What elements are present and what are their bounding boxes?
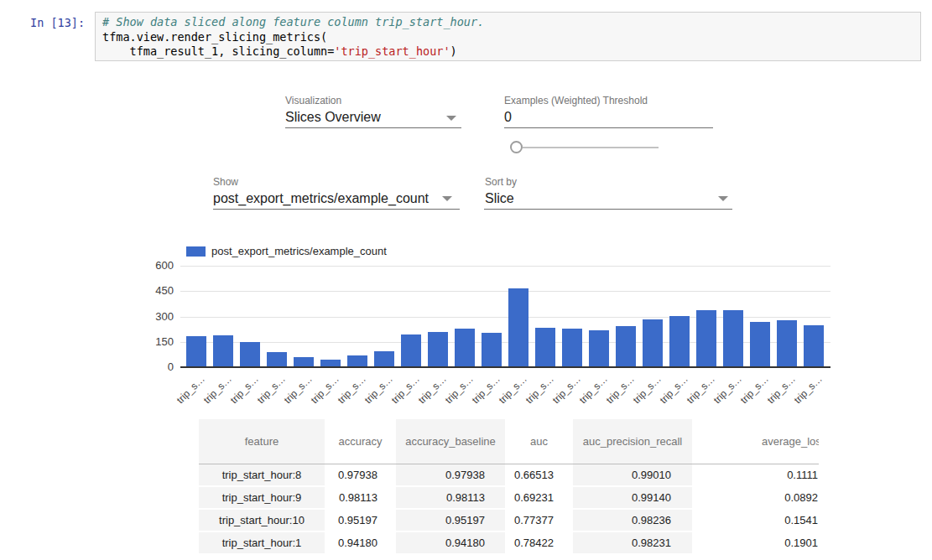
metric-cell: 0.77377 xyxy=(505,509,573,531)
chevron-down-icon[interactable] xyxy=(442,196,452,201)
bar[interactable] xyxy=(589,330,609,367)
gridline xyxy=(180,291,830,292)
bar[interactable] xyxy=(696,310,716,367)
bar[interactable] xyxy=(347,355,367,367)
legend-label: post_export_metrics/example_count xyxy=(211,245,387,257)
bar[interactable] xyxy=(374,351,394,367)
y-tick-label: 150 xyxy=(141,335,174,349)
metric-cell: 0.94180 xyxy=(325,531,396,554)
bar[interactable] xyxy=(723,310,743,367)
metric-cell: 0.94180 xyxy=(396,531,505,554)
feature-cell: trip_start_hour:9 xyxy=(199,486,325,509)
bar[interactable] xyxy=(455,329,475,367)
bar[interactable] xyxy=(804,325,824,367)
threshold-underline xyxy=(504,127,713,128)
show-metric-select[interactable]: post_export_metrics/example_count xyxy=(213,191,429,206)
bar[interactable] xyxy=(186,336,206,367)
show-underline xyxy=(213,209,460,210)
metrics-table-container: featureaccuracyaccuracy_baselineaucauc_p… xyxy=(199,419,819,560)
bar[interactable] xyxy=(535,328,555,367)
metrics-bar-chart xyxy=(180,266,830,367)
feature-cell: trip_start_hour:1 xyxy=(199,531,325,554)
bar[interactable] xyxy=(562,329,582,367)
metric-cell: 0.69231 xyxy=(505,486,573,509)
table-row: trip_start_hour:10.941800.941800.784220.… xyxy=(199,531,819,554)
metric-cell: 0.98113 xyxy=(325,486,396,509)
y-tick-label: 300 xyxy=(141,310,174,324)
metric-cell: 0.1111 xyxy=(692,464,819,486)
metric-cell: 0.97938 xyxy=(396,464,505,486)
y-tick-label: 450 xyxy=(141,284,174,298)
column-header-auc[interactable]: auc xyxy=(505,419,573,464)
chart-legend: post_export_metrics/example_count xyxy=(186,245,387,257)
code-cell[interactable]: # Show data sliced along feature column … xyxy=(95,12,921,61)
visualization-underline xyxy=(285,127,461,128)
column-header-accuracy_baseline[interactable]: accuracy_baseline xyxy=(396,419,505,464)
metric-cell: 0.78422 xyxy=(505,531,573,554)
metric-cell: 0.98113 xyxy=(396,486,505,509)
bar[interactable] xyxy=(669,316,690,368)
threshold-slider-track[interactable] xyxy=(523,147,659,148)
visualization-label: Visualization xyxy=(285,95,341,106)
threshold-label: Examples (Weighted) Threshold xyxy=(504,95,648,106)
table-header-row: featureaccuracyaccuracy_baselineaucauc_p… xyxy=(199,419,819,464)
bar[interactable] xyxy=(213,335,233,367)
metric-cell: 0.1901 xyxy=(692,531,819,554)
metric-cell: 0.98231 xyxy=(573,531,692,554)
notebook-page: In [13]: # Show data sliced along featur… xyxy=(0,0,932,560)
code-line-2: tfma.view.render_slicing_metrics( xyxy=(102,30,914,45)
bar[interactable] xyxy=(401,334,421,367)
metric-cell: 0.66513 xyxy=(505,464,573,486)
column-header-feature[interactable]: feature xyxy=(199,419,325,464)
bar[interactable] xyxy=(240,342,260,367)
y-tick-label: 600 xyxy=(141,259,174,272)
metric-cell: 0.97938 xyxy=(325,464,396,486)
chevron-down-icon[interactable] xyxy=(446,116,456,121)
sort-underline xyxy=(484,209,732,210)
code-line-3: tfma_result_1, slicing_column='trip_star… xyxy=(102,44,914,60)
table-row: trip_start_hour:90.981130.981130.692310.… xyxy=(199,486,819,509)
table-row: trip_start_hour:100.951970.951970.773770… xyxy=(199,509,819,531)
bar[interactable] xyxy=(267,352,287,367)
bar[interactable] xyxy=(482,333,502,367)
metric-cell: 0.99140 xyxy=(573,486,692,509)
metric-cell: 0.99010 xyxy=(573,464,692,486)
cell-input-prompt: In [13]: xyxy=(30,16,91,29)
gridline xyxy=(180,266,830,267)
metric-cell: 0.1541 xyxy=(692,509,819,531)
table-row: trip_start_hour:80.979380.979380.665130.… xyxy=(199,464,819,486)
bar[interactable] xyxy=(616,326,636,367)
code-line-3-pre: tfma_result_1, slicing_column= xyxy=(102,44,334,58)
bar[interactable] xyxy=(750,322,770,367)
bar[interactable] xyxy=(428,332,448,367)
metric-cell: 0.95197 xyxy=(396,509,505,531)
code-comment-line: # Show data sliced along feature column … xyxy=(102,15,914,30)
feature-cell: trip_start_hour:8 xyxy=(199,464,325,486)
bar[interactable] xyxy=(643,319,663,367)
column-header-average_los[interactable]: average_los xyxy=(692,419,819,464)
metric-cell: 0.98236 xyxy=(573,509,692,531)
x-axis-baseline xyxy=(180,366,830,368)
sort-by-select[interactable]: Slice xyxy=(485,191,514,206)
table-body: trip_start_hour:80.979380.979380.665130.… xyxy=(199,464,819,554)
metric-cell: 0.0892 xyxy=(692,486,819,509)
code-line-3-close: ) xyxy=(450,44,457,58)
sort-by-label: Sort by xyxy=(485,176,517,188)
chevron-down-icon[interactable] xyxy=(718,196,728,201)
metrics-table: featureaccuracyaccuracy_baselineaucauc_p… xyxy=(199,419,819,555)
threshold-input[interactable]: 0 xyxy=(504,110,512,125)
legend-swatch-icon xyxy=(186,246,206,257)
metric-cell: 0.95197 xyxy=(325,509,396,531)
y-tick-label: 0 xyxy=(141,360,174,374)
column-header-auc_precision_recall[interactable]: auc_precision_recall xyxy=(573,419,692,464)
show-label: Show xyxy=(213,176,238,188)
feature-cell: trip_start_hour:10 xyxy=(199,509,325,531)
bar[interactable] xyxy=(508,288,528,367)
visualization-select[interactable]: Slices Overview xyxy=(285,110,381,125)
column-header-accuracy[interactable]: accuracy xyxy=(325,419,396,464)
threshold-slider-handle[interactable] xyxy=(510,141,523,153)
code-string-literal: 'trip_start_hour' xyxy=(334,44,450,58)
bar[interactable] xyxy=(777,320,797,367)
